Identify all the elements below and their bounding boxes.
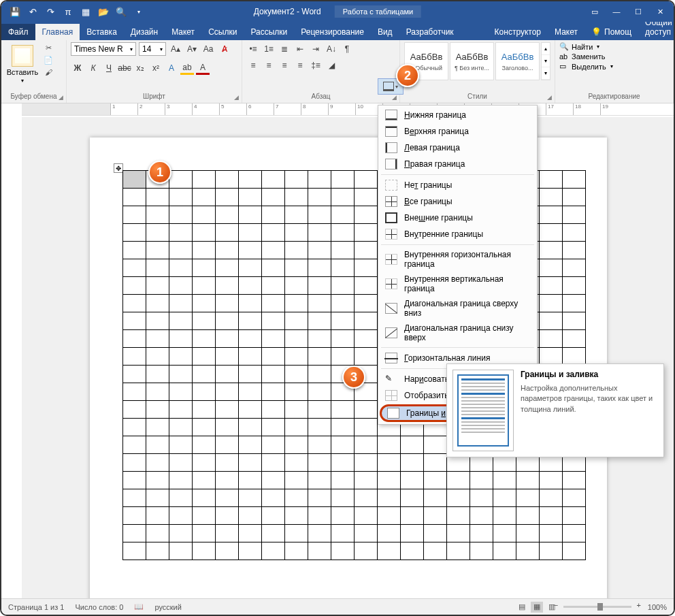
menu-border-top[interactable]: Верхняя граница: [378, 123, 537, 140]
dialog-launcher-icon[interactable]: ◢: [56, 93, 65, 101]
maximize-icon[interactable]: ☐: [629, 5, 648, 18]
replace-button[interactable]: abЗаменить: [559, 52, 669, 61]
tab-mailings[interactable]: Рассылки: [244, 24, 294, 40]
menu-border-all[interactable]: Все границы: [378, 193, 537, 210]
font-size-combo[interactable]: 14▾: [139, 42, 166, 56]
table-tools-context: Работа с таблицами: [335, 5, 421, 18]
cut-icon[interactable]: ✂: [42, 42, 54, 53]
save-icon[interactable]: 💾: [8, 5, 22, 18]
shrink-font-icon[interactable]: A▾: [185, 42, 199, 56]
qat-more-icon[interactable]: ▾: [132, 5, 146, 18]
menu-border-inside-h[interactable]: Внутренняя горизонтальная граница: [378, 247, 537, 272]
redo-icon[interactable]: ↷: [44, 5, 57, 18]
font-color-icon[interactable]: A: [196, 61, 210, 75]
copy-icon[interactable]: 📄: [42, 54, 54, 65]
doc-icon: [387, 408, 399, 419]
change-case-icon[interactable]: Aa: [201, 42, 215, 56]
expand-gallery-icon[interactable]: ▾: [542, 67, 550, 80]
bullets-icon[interactable]: •≡: [246, 42, 260, 56]
align-center-icon[interactable]: ≡: [262, 59, 276, 72]
callout-1: 1: [148, 161, 171, 184]
font-name-combo[interactable]: Times New R ▾: [71, 42, 136, 56]
table-icon[interactable]: ▦: [79, 5, 93, 18]
border-none-icon: [385, 180, 397, 191]
sort-icon[interactable]: A↓: [325, 42, 338, 56]
tab-insert[interactable]: Вставка: [80, 24, 124, 40]
menu-border-none[interactable]: Нет границы: [378, 177, 537, 193]
clear-format-icon[interactable]: A̷: [218, 42, 231, 56]
menu-border-bottom[interactable]: ННижняя границаижняя граница: [378, 107, 537, 123]
menu-border-outside[interactable]: Внешние границы: [378, 210, 537, 226]
scroll-up-icon[interactable]: ▴: [542, 43, 550, 55]
ribbon-options-icon[interactable]: ▭: [585, 5, 604, 18]
tab-file[interactable]: Файл: [1, 24, 35, 40]
line-spacing-icon[interactable]: ‡≡: [309, 59, 323, 72]
decrease-indent-icon[interactable]: ⇤: [293, 42, 307, 56]
menu-border-diag-up[interactable]: Диагональная граница снизу вверх: [378, 321, 537, 345]
menu-border-diag-down[interactable]: Диагональная граница сверху вниз: [378, 296, 537, 321]
strike-button[interactable]: abc: [118, 61, 131, 75]
tab-developer[interactable]: Разработчик: [399, 24, 461, 40]
tab-review[interactable]: Рецензирование: [294, 24, 371, 40]
language-status[interactable]: русский: [154, 603, 181, 611]
replace-icon: ab: [559, 52, 569, 61]
minimize-icon[interactable]: —: [607, 5, 626, 18]
italic-button[interactable]: К: [86, 61, 100, 75]
table-move-handle-icon[interactable]: ✥: [114, 163, 123, 173]
align-right-icon[interactable]: ≡: [278, 59, 291, 72]
tab-table-design[interactable]: Конструктор: [488, 24, 548, 40]
undo-icon[interactable]: ↶: [26, 5, 39, 18]
style-heading[interactable]: АаБбВв Заголово...: [495, 42, 540, 80]
style-no-spacing[interactable]: АаБбВв ¶ Без инте...: [450, 42, 494, 80]
read-mode-icon[interactable]: ▤: [516, 602, 528, 613]
print-layout-icon[interactable]: ▦: [531, 602, 543, 613]
tab-view[interactable]: Вид: [371, 24, 399, 40]
multilevel-icon[interactable]: ≣: [278, 42, 291, 56]
menu-border-inside[interactable]: Внутренние границы: [378, 226, 537, 242]
paste-button[interactable]: Вставить ▾: [5, 42, 39, 84]
increase-indent-icon[interactable]: ⇥: [309, 42, 323, 56]
underline-button[interactable]: Ч: [102, 61, 116, 75]
shading-icon[interactable]: ◢: [325, 59, 338, 72]
chevron-down-icon: ▾: [610, 63, 613, 69]
select-button[interactable]: ▭Выделить▾: [559, 62, 669, 71]
dialog-launcher-icon[interactable]: ◢: [232, 93, 240, 101]
tab-design[interactable]: Дизайн: [124, 24, 165, 40]
print-preview-icon[interactable]: 🔍: [114, 5, 128, 18]
find-button[interactable]: 🔍Найти▾: [559, 42, 669, 51]
tooltip-borders-shading: Границы и заливка Настройка дополнительн…: [446, 363, 664, 457]
menu-border-inside-v[interactable]: Внутренняя вертикальная граница: [378, 272, 537, 296]
menu-border-right[interactable]: Правая граница: [378, 156, 537, 172]
superscript-icon[interactable]: x²: [149, 61, 163, 75]
tab-table-layout[interactable]: Макет: [548, 24, 585, 40]
scroll-down-icon[interactable]: ▾: [542, 55, 550, 67]
group-styles: АаБбВв ¶ Обычный АаБбВв ¶ Без инте... Аа…: [400, 40, 555, 103]
close-icon[interactable]: ✕: [651, 5, 670, 18]
page-status[interactable]: Страница 1 из 1: [8, 603, 64, 611]
tell-me-field[interactable]: 💡Помощ: [585, 24, 638, 40]
zoom-slider[interactable]: [563, 606, 631, 608]
menu-border-left[interactable]: Левая граница: [378, 140, 537, 156]
tab-layout[interactable]: Макет: [165, 24, 201, 40]
word-count[interactable]: Число слов: 0: [75, 603, 123, 611]
subscript-icon[interactable]: x₂: [133, 61, 147, 75]
zoom-level[interactable]: 100%: [648, 603, 667, 611]
dialog-launcher-icon[interactable]: ◢: [545, 93, 553, 101]
format-painter-icon[interactable]: 🖌: [42, 67, 54, 78]
horizontal-ruler[interactable]: 12345678910111213141516171819: [22, 103, 674, 116]
show-marks-icon[interactable]: ¶: [340, 42, 354, 56]
open-icon[interactable]: 📂: [97, 5, 110, 18]
border-left-icon: [385, 142, 397, 153]
highlight-icon[interactable]: ab: [180, 61, 194, 75]
grow-font-icon[interactable]: A▴: [169, 42, 182, 56]
styles-gallery-scroll[interactable]: ▴ ▾ ▾: [541, 42, 550, 80]
tab-references[interactable]: Ссылки: [201, 24, 244, 40]
numbering-icon[interactable]: 1≡: [262, 42, 276, 56]
text-effects-icon[interactable]: A: [165, 61, 178, 75]
equation-icon[interactable]: π: [61, 5, 75, 18]
justify-icon[interactable]: ≡: [293, 59, 307, 72]
align-left-icon[interactable]: ≡: [246, 59, 260, 72]
tab-home[interactable]: Главная: [35, 24, 80, 40]
bold-button[interactable]: Ж: [71, 61, 84, 75]
spell-check-icon[interactable]: 📖: [134, 602, 144, 611]
